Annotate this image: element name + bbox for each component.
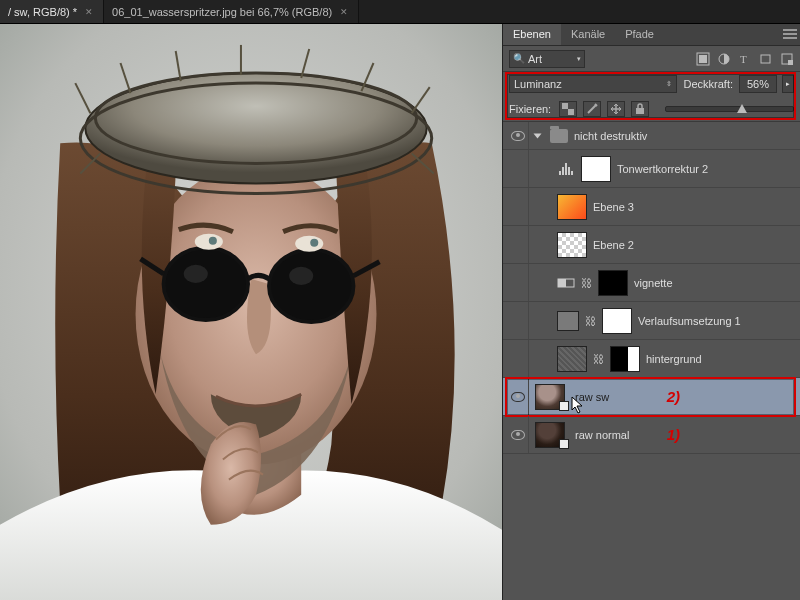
document-tab[interactable]: 06_01_wasserspritzer.jpg bei 66,7% (RGB/… bbox=[104, 0, 359, 23]
search-icon: 🔍 bbox=[513, 53, 525, 64]
chevron-down-icon[interactable] bbox=[534, 133, 542, 138]
tab-channels[interactable]: Kanäle bbox=[561, 24, 615, 45]
layer-filter-row: 🔍 Art ▾ T bbox=[503, 46, 800, 72]
close-icon[interactable]: ✕ bbox=[85, 7, 93, 17]
lock-pixels-button[interactable] bbox=[583, 101, 601, 117]
filter-kind-select[interactable]: 🔍 Art ▾ bbox=[509, 50, 585, 68]
tab-layers[interactable]: Ebenen bbox=[503, 24, 561, 45]
layer-name[interactable]: hintergrund bbox=[646, 353, 702, 365]
layer-name[interactable]: raw sw bbox=[575, 391, 609, 403]
svg-rect-39 bbox=[571, 171, 573, 175]
filter-type-icon[interactable]: T bbox=[737, 52, 752, 66]
layer-row-selected[interactable]: raw sw 2) bbox=[503, 378, 800, 416]
layer-name[interactable]: Ebene 3 bbox=[593, 201, 634, 213]
chevron-up-down-icon: ⇳ bbox=[666, 80, 672, 88]
svg-text:T: T bbox=[740, 53, 747, 65]
fill-slider[interactable] bbox=[665, 106, 794, 112]
canvas-image bbox=[0, 24, 502, 600]
mask-thumbnail[interactable] bbox=[581, 156, 611, 182]
svg-point-18 bbox=[184, 265, 208, 283]
canvas[interactable] bbox=[0, 24, 502, 600]
layer-thumbnail[interactable] bbox=[557, 346, 587, 372]
document-tab-bar: / sw, RGB/8) * ✕ 06_01_wasserspritzer.jp… bbox=[0, 0, 800, 24]
layer-name[interactable]: Tonwertkorrektur 2 bbox=[617, 163, 708, 175]
panel-tabs: Ebenen Kanäle Pfade bbox=[503, 24, 800, 46]
svg-rect-32 bbox=[562, 103, 568, 109]
link-icon[interactable]: ⛓ bbox=[593, 353, 604, 365]
close-icon[interactable]: ✕ bbox=[340, 7, 348, 17]
opacity-value: 56% bbox=[747, 78, 769, 90]
svg-rect-25 bbox=[699, 55, 707, 63]
svg-rect-35 bbox=[559, 171, 561, 175]
svg-point-19 bbox=[289, 267, 313, 285]
smart-object-badge-icon bbox=[559, 439, 569, 449]
svg-rect-38 bbox=[568, 167, 570, 175]
svg-point-23 bbox=[310, 239, 318, 247]
layer-thumbnail[interactable] bbox=[557, 311, 579, 331]
layer-name[interactable]: Verlaufsumsetzung 1 bbox=[638, 315, 741, 327]
layer-row[interactable]: ⛓ Verlaufsumsetzung 1 bbox=[503, 302, 800, 340]
visibility-eye-icon[interactable] bbox=[511, 430, 525, 440]
panel-menu-button[interactable] bbox=[782, 27, 798, 41]
layer-row[interactable]: ⛓ vignette bbox=[503, 264, 800, 302]
lock-transparent-button[interactable] bbox=[559, 101, 577, 117]
mask-thumbnail[interactable] bbox=[610, 346, 640, 372]
svg-rect-34 bbox=[636, 108, 644, 114]
opacity-input[interactable]: 56% bbox=[739, 75, 777, 93]
opacity-label: Deckkraft: bbox=[683, 78, 733, 90]
lock-position-button[interactable] bbox=[607, 101, 625, 117]
chevron-down-icon: ▾ bbox=[577, 55, 581, 63]
layers-panel: Ebenen Kanäle Pfade 🔍 Art ▾ T bbox=[502, 24, 800, 600]
svg-point-15 bbox=[269, 250, 353, 322]
tab-paths[interactable]: Pfade bbox=[615, 24, 664, 45]
lock-label: Fixieren: bbox=[509, 103, 551, 115]
svg-rect-28 bbox=[761, 55, 770, 63]
svg-point-22 bbox=[295, 236, 323, 252]
layer-row[interactable]: Tonwertkorrektur 2 bbox=[503, 150, 800, 188]
layer-name[interactable]: Ebene 2 bbox=[593, 239, 634, 251]
levels-icon bbox=[557, 161, 575, 177]
lock-all-button[interactable] bbox=[631, 101, 649, 117]
svg-rect-37 bbox=[565, 163, 567, 175]
svg-point-2 bbox=[85, 73, 426, 183]
blend-mode-select[interactable]: Luminanz ⇳ bbox=[509, 75, 677, 93]
mask-thumbnail[interactable] bbox=[602, 308, 632, 334]
document-tab-label: 06_01_wasserspritzer.jpg bei 66,7% (RGB/… bbox=[112, 6, 332, 18]
layers-list: nicht destruktiv Tonwertkorrektur 2 bbox=[503, 122, 800, 600]
opacity-flyout-button[interactable]: ▸ bbox=[782, 75, 794, 93]
document-tab[interactable]: / sw, RGB/8) * ✕ bbox=[0, 0, 104, 23]
layer-thumbnail[interactable] bbox=[557, 232, 587, 258]
document-tab-label: / sw, RGB/8) * bbox=[8, 6, 77, 18]
svg-rect-36 bbox=[562, 167, 564, 175]
smart-object-badge-icon bbox=[559, 401, 569, 411]
link-icon[interactable]: ⛓ bbox=[585, 315, 596, 327]
layer-name[interactable]: nicht destruktiv bbox=[574, 130, 647, 142]
svg-point-14 bbox=[164, 248, 248, 320]
folder-icon bbox=[550, 129, 568, 143]
filter-adjust-icon[interactable] bbox=[716, 52, 731, 66]
svg-point-20 bbox=[195, 234, 223, 250]
blend-mode-value: Luminanz bbox=[514, 78, 562, 90]
lock-row: Fixieren: bbox=[503, 96, 800, 122]
layer-row[interactable]: ⛓ hintergrund bbox=[503, 340, 800, 378]
layer-group-row[interactable]: nicht destruktiv bbox=[503, 122, 800, 150]
link-icon[interactable]: ⛓ bbox=[581, 277, 592, 289]
filter-shape-icon[interactable] bbox=[758, 52, 773, 66]
visibility-eye-icon[interactable] bbox=[511, 131, 525, 141]
filter-kind-value: Art bbox=[528, 53, 577, 65]
layer-row[interactable]: Ebene 3 bbox=[503, 188, 800, 226]
layer-row[interactable]: Ebene 2 bbox=[503, 226, 800, 264]
blend-mode-row: Luminanz ⇳ Deckkraft: 56% ▸ bbox=[503, 72, 800, 96]
svg-point-21 bbox=[209, 237, 217, 245]
gradient-map-icon bbox=[557, 275, 575, 291]
mask-thumbnail[interactable] bbox=[598, 270, 628, 296]
layer-row[interactable]: raw normal 1) bbox=[503, 416, 800, 454]
svg-rect-41 bbox=[558, 279, 566, 287]
svg-rect-33 bbox=[568, 109, 574, 115]
layer-thumbnail[interactable] bbox=[557, 194, 587, 220]
layer-name[interactable]: raw normal bbox=[575, 429, 629, 441]
layer-name[interactable]: vignette bbox=[634, 277, 673, 289]
filter-smart-icon[interactable] bbox=[779, 52, 794, 66]
visibility-eye-icon[interactable] bbox=[511, 392, 525, 402]
filter-pixel-icon[interactable] bbox=[695, 52, 710, 66]
